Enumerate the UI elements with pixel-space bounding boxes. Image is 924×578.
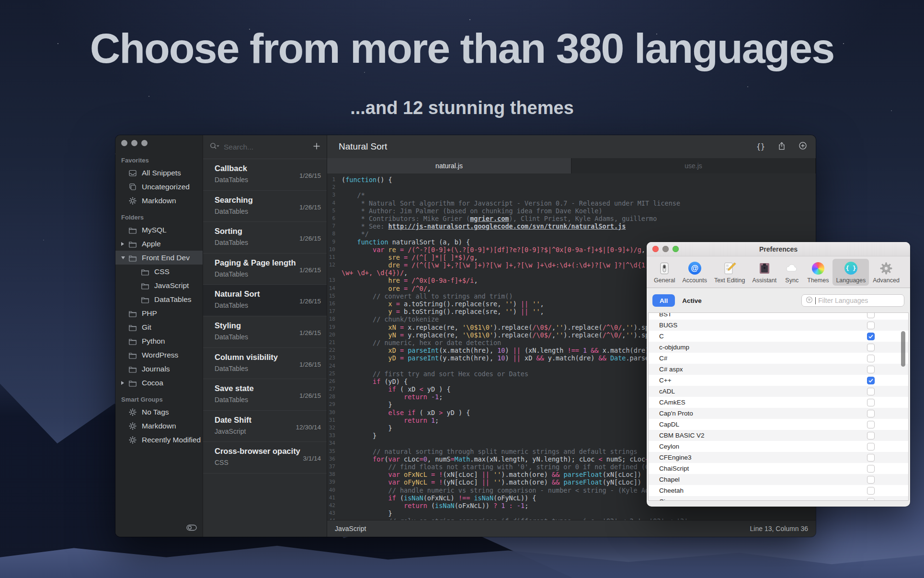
toolbar-item-text-editing[interactable]: Text Editing xyxy=(711,259,749,286)
toolbar-item-languages[interactable]: { } Languages xyxy=(833,259,869,286)
search-bar[interactable]: Search... xyxy=(203,135,327,159)
toolbar-item-accounts[interactable]: @ Accounts xyxy=(679,259,710,286)
toolbar-item-sync[interactable]: Sync xyxy=(780,259,803,286)
add-fragment-icon[interactable] xyxy=(799,141,807,152)
toolbar-item-assistant[interactable]: Assistant xyxy=(749,259,780,286)
sidebar-item-recently-modified[interactable]: Recently Modified xyxy=(115,433,203,447)
language-row-c-aspx[interactable]: C# aspx xyxy=(649,364,908,375)
language-row-chapel[interactable]: Chapel xyxy=(649,474,908,485)
checkbox-cap-n-proto[interactable] xyxy=(867,410,875,417)
checkbox-bugs[interactable] xyxy=(867,322,875,329)
language-row-c[interactable]: C++ xyxy=(649,375,908,386)
checkbox-cheetah[interactable] xyxy=(867,487,875,495)
language-row-ceylon[interactable]: Ceylon xyxy=(649,441,908,452)
zoom-button[interactable] xyxy=(141,140,148,146)
sidebar-item-uncategorized[interactable]: Uncategorized xyxy=(115,180,203,194)
checkbox-cadl[interactable] xyxy=(867,388,875,395)
snippet-row-paging-page-length[interactable]: Paging & Page lengthDataTables1/26/15 xyxy=(203,254,327,285)
sidebar-item-markdown[interactable]: Markdown xyxy=(115,419,203,433)
minimize-button[interactable] xyxy=(131,140,137,146)
tab-natural-js[interactable]: natural.js xyxy=(327,158,571,173)
disclosure-expanded-icon[interactable] xyxy=(121,256,128,259)
segment-all[interactable]: All xyxy=(652,294,675,307)
toggle-sidebar-icon[interactable] xyxy=(186,524,197,533)
language-row-bst[interactable]: BST xyxy=(649,312,908,320)
language-row-cheetah[interactable]: Cheetah xyxy=(649,485,908,496)
snippet-row-cross-browser-opacity[interactable]: Cross-browser opacityCSS3/1/14 xyxy=(203,442,327,474)
toolbar-item-general[interactable]: General xyxy=(650,259,678,286)
sidebar-item-label: Front End Dev xyxy=(142,254,190,262)
sidebar-item-python[interactable]: Python xyxy=(115,334,203,348)
checkbox-ceylon[interactable] xyxy=(867,443,875,451)
sidebar-item-php[interactable]: PHP xyxy=(115,306,203,320)
snippet-row-save-state[interactable]: Save stateDataTables1/26/15 xyxy=(203,379,327,411)
language-row-cirru[interactable]: Cirru xyxy=(649,496,908,501)
checkbox-c[interactable] xyxy=(867,377,875,384)
toolbar-item-themes[interactable]: Themes xyxy=(804,259,832,286)
disclosure-collapsed-icon[interactable] xyxy=(121,381,128,385)
language-row-c-objdump[interactable]: c-objdump xyxy=(649,342,908,353)
snippet-row-styling[interactable]: StylingDataTables1/26/15 xyxy=(203,316,327,348)
search-input[interactable]: Search... xyxy=(224,143,309,151)
language-row-cbm-basic-v2[interactable]: CBM BASIC V2 xyxy=(649,430,908,441)
segment-active[interactable]: Active xyxy=(675,294,709,307)
language-row-bugs[interactable]: BUGS xyxy=(649,320,908,331)
line-number: 3 xyxy=(327,191,342,199)
language-row-c[interactable]: C xyxy=(649,331,908,342)
sidebar-item-apple[interactable]: Apple xyxy=(115,237,203,251)
snippet-row-callback[interactable]: CallbackDataTables1/26/15 xyxy=(203,159,327,191)
sidebar-item-javascript[interactable]: JavaScript xyxy=(115,278,203,292)
checkbox-camkes[interactable] xyxy=(867,399,875,406)
disclosure-collapsed-icon[interactable] xyxy=(121,242,128,246)
language-row-chaiscript[interactable]: ChaiScript xyxy=(649,463,908,474)
language-list[interactable]: BSTBUGSCc-objdumpC#C# aspxC++cADLCAmkESC… xyxy=(648,312,909,501)
snippet-row-date-shift[interactable]: Date ShiftJavaScript12/30/14 xyxy=(203,411,327,442)
sidebar-item-markdown[interactable]: Markdown xyxy=(115,194,203,208)
filter-languages-field[interactable]: Filter Languages xyxy=(801,294,904,307)
checkbox-chaiscript[interactable] xyxy=(867,465,875,473)
snippet-row-column-visibility[interactable]: Column visibilityDataTables1/26/15 xyxy=(203,348,327,380)
share-icon[interactable] xyxy=(777,141,786,152)
close-button[interactable] xyxy=(652,246,659,252)
checkbox-bst[interactable] xyxy=(867,312,875,318)
scrollbar-thumb[interactable] xyxy=(901,331,905,367)
checkbox-chapel[interactable] xyxy=(867,476,875,484)
checkbox-c[interactable] xyxy=(867,333,875,340)
checkbox-c[interactable] xyxy=(867,355,875,362)
language-row-cap-n-proto[interactable]: Cap'n Proto xyxy=(649,408,908,419)
tab-use-js[interactable]: use.js xyxy=(571,158,816,173)
language-row-camkes[interactable]: CAmkES xyxy=(649,397,908,408)
sidebar-item-all-snippets[interactable]: All Snippets xyxy=(115,166,203,180)
zoom-button[interactable] xyxy=(673,246,679,252)
sidebar-item-mysql[interactable]: MySQL xyxy=(115,223,203,237)
language-row-cfengine3[interactable]: CFEngine3 xyxy=(649,452,908,463)
sidebar-item-no-tags[interactable]: No Tags xyxy=(115,405,203,419)
snippet-row-sorting[interactable]: SortingDataTables1/26/15 xyxy=(203,222,327,254)
sidebar-item-git[interactable]: Git xyxy=(115,320,203,334)
sidebar-item-wordpress[interactable]: WordPress xyxy=(115,348,203,362)
window-traffic-lights[interactable] xyxy=(121,140,148,146)
language-row-capdl[interactable]: CapDL xyxy=(649,419,908,430)
sidebar-item-datatables[interactable]: DataTables xyxy=(115,292,203,306)
checkbox-cbm-basic-v2[interactable] xyxy=(867,432,875,439)
sidebar-item-css[interactable]: CSS xyxy=(115,265,203,278)
sidebar-item-journals[interactable]: Journals xyxy=(115,362,203,376)
add-snippet-button[interactable] xyxy=(313,143,320,151)
checkbox-capdl[interactable] xyxy=(867,421,875,428)
checkbox-c-objdump[interactable] xyxy=(867,344,875,351)
checkbox-cfengine3[interactable] xyxy=(867,454,875,462)
language-row-cadl[interactable]: cADL xyxy=(649,386,908,397)
sidebar-item-cocoa[interactable]: Cocoa xyxy=(115,376,203,390)
checkbox-c-aspx[interactable] xyxy=(867,366,875,373)
language-row-c[interactable]: C# xyxy=(649,353,908,364)
snippet-row-natural-sort[interactable]: Natural SortDataTables1/26/15 xyxy=(203,285,327,316)
checkbox-cirru[interactable] xyxy=(867,498,875,501)
snippet-row-searching[interactable]: SearchingDataTables1/26/15 xyxy=(203,191,327,222)
sidebar-item-front-end-dev[interactable]: Front End Dev xyxy=(115,251,203,265)
close-button[interactable] xyxy=(121,140,127,146)
toolbar-item-advanced[interactable]: Advanced xyxy=(869,259,903,286)
preferences-traffic-lights[interactable] xyxy=(652,246,679,252)
preferences-titlebar[interactable]: Preferences xyxy=(647,242,910,256)
markup-braces-icon[interactable]: {} xyxy=(756,142,765,151)
language-status[interactable]: JavaScript xyxy=(335,525,366,532)
